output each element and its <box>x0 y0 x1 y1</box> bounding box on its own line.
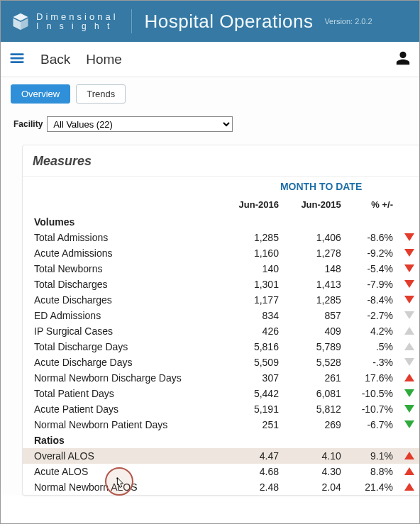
value-prior: 148 <box>284 261 347 277</box>
measure-label: Normal Newborn Discharge Days <box>23 370 222 386</box>
trend-icon <box>399 417 420 433</box>
col-jun-2015: Jun-2015 <box>284 196 347 214</box>
table-row[interactable]: Acute ALOS4.684.308.8% <box>23 464 420 479</box>
measure-label: Normal Newborn ALOS <box>23 479 222 495</box>
measure-label: Overall ALOS <box>23 448 222 464</box>
value-pct: -.3% <box>347 355 399 370</box>
tabs: Overview Trends <box>6 84 419 104</box>
value-pct: 17.6% <box>347 370 399 386</box>
table-row[interactable]: Normal Newborn Patient Days251269-6.7% <box>23 417 420 433</box>
brand-separator <box>131 9 132 33</box>
table-row[interactable]: ED Admissions834857-2.7% <box>23 308 420 323</box>
trend-icon <box>399 464 420 479</box>
measure-label: Total Discharges <box>23 277 222 292</box>
measure-label: Acute Discharge Days <box>23 355 222 370</box>
column-headers: Jun-2016 Jun-2015 % +/- <box>23 196 420 214</box>
value-current: 1,301 <box>222 277 284 292</box>
value-pct: -8.4% <box>347 292 399 308</box>
value-pct: -7.9% <box>347 277 399 292</box>
user-icon[interactable] <box>395 50 411 69</box>
table-row[interactable]: Overall ALOS4.474.109.1% <box>23 448 420 464</box>
value-prior: 4.30 <box>284 464 347 479</box>
value-current: 4.47 <box>222 448 284 464</box>
value-prior: 1,406 <box>284 230 347 245</box>
table-row[interactable]: IP Surgical Cases4264094.2% <box>23 323 420 339</box>
trend-icon <box>399 230 420 245</box>
trend-icon <box>399 261 420 277</box>
measure-label: IP Surgical Cases <box>23 323 222 339</box>
section-header: Ratios <box>23 433 420 448</box>
value-current: 4.68 <box>222 464 284 479</box>
value-prior: 1,278 <box>284 245 347 261</box>
table-row[interactable]: Total Discharges1,3011,413-7.9% <box>23 277 420 292</box>
card-title: Measures <box>23 154 420 176</box>
value-current: 5,191 <box>222 401 284 417</box>
value-prior: 269 <box>284 417 347 433</box>
value-prior: 1,413 <box>284 277 347 292</box>
trend-icon <box>399 277 420 292</box>
table-row[interactable]: Acute Discharges1,1771,285-8.4% <box>23 292 420 308</box>
table-row[interactable]: Total Admissions1,2851,406-8.6% <box>23 230 420 245</box>
value-prior: 1,285 <box>284 292 347 308</box>
cube-icon <box>11 11 31 31</box>
value-pct: 21.4% <box>347 479 399 495</box>
value-pct: 8.8% <box>347 464 399 479</box>
col-jun-2016: Jun-2016 <box>222 196 284 214</box>
value-current: 834 <box>222 308 284 323</box>
value-prior: 5,789 <box>284 339 347 355</box>
table-row[interactable]: Total Patient Days5,4426,081-10.5% <box>23 386 420 401</box>
value-pct: 4.2% <box>347 323 399 339</box>
trend-icon <box>399 339 420 355</box>
filter-row: Facility All Values (22) <box>6 104 419 142</box>
value-current: 307 <box>222 370 284 386</box>
value-prior: 2.04 <box>284 479 347 495</box>
table-row[interactable]: Normal Newborn Discharge Days30726117.6% <box>23 370 420 386</box>
value-current: 251 <box>222 417 284 433</box>
measures-table: MONTH TO DATE Jun-2016 Jun-2015 % +/- Vo… <box>23 176 420 495</box>
table-row[interactable]: Total Newborns140148-5.4% <box>23 261 420 277</box>
value-prior: 6,081 <box>284 386 347 401</box>
measure-label: Total Patient Days <box>23 386 222 401</box>
value-pct: 9.1% <box>347 448 399 464</box>
measures-card: Measures MONTH TO DATE Jun-2016 Jun-2015… <box>22 145 420 496</box>
home-button[interactable]: Home <box>86 52 122 67</box>
section-header: Volumes <box>23 214 420 230</box>
brand-name: Dimensional I n s i g h t <box>36 12 118 30</box>
value-current: 1,177 <box>222 292 284 308</box>
value-current: 5,442 <box>222 386 284 401</box>
table-row[interactable]: Acute Admissions1,1601,278-9.2% <box>23 245 420 261</box>
value-pct: -10.5% <box>347 386 399 401</box>
measure-label: Acute Admissions <box>23 245 222 261</box>
measure-label: Acute ALOS <box>23 464 222 479</box>
value-prior: 5,812 <box>284 401 347 417</box>
value-current: 1,285 <box>222 230 284 245</box>
table-row[interactable]: Acute Discharge Days5,5095,528-.3% <box>23 355 420 370</box>
measure-label: Acute Discharges <box>23 292 222 308</box>
table-row[interactable]: Acute Patient Days5,1915,812-10.7% <box>23 401 420 417</box>
col-pct: % +/- <box>347 196 399 214</box>
value-pct: -6.7% <box>347 417 399 433</box>
measure-label: Total Discharge Days <box>23 339 222 355</box>
value-current: 140 <box>222 261 284 277</box>
tab-trends[interactable]: Trends <box>76 84 126 104</box>
measure-label: Total Admissions <box>23 230 222 245</box>
table-row[interactable]: Normal Newborn ALOS2.482.0421.4% <box>23 479 420 495</box>
measure-label: Normal Newborn Patient Days <box>23 417 222 433</box>
value-pct: -10.7% <box>347 401 399 417</box>
trend-icon <box>399 401 420 417</box>
brand-logo: Dimensional I n s i g h t <box>11 11 118 31</box>
trend-icon <box>399 292 420 308</box>
back-button[interactable]: Back <box>40 52 70 67</box>
filter-label: Facility <box>13 119 43 129</box>
trend-icon <box>399 245 420 261</box>
value-prior: 5,528 <box>284 355 347 370</box>
menu-icon[interactable] <box>9 50 25 69</box>
facility-select[interactable]: All Values (22) <box>47 116 233 132</box>
trend-icon <box>399 479 420 495</box>
value-prior: 857 <box>284 308 347 323</box>
value-current: 5,509 <box>222 355 284 370</box>
value-pct: -8.6% <box>347 230 399 245</box>
trend-icon <box>399 386 420 401</box>
table-row[interactable]: Total Discharge Days5,8165,789.5% <box>23 339 420 355</box>
tab-overview[interactable]: Overview <box>11 84 70 104</box>
